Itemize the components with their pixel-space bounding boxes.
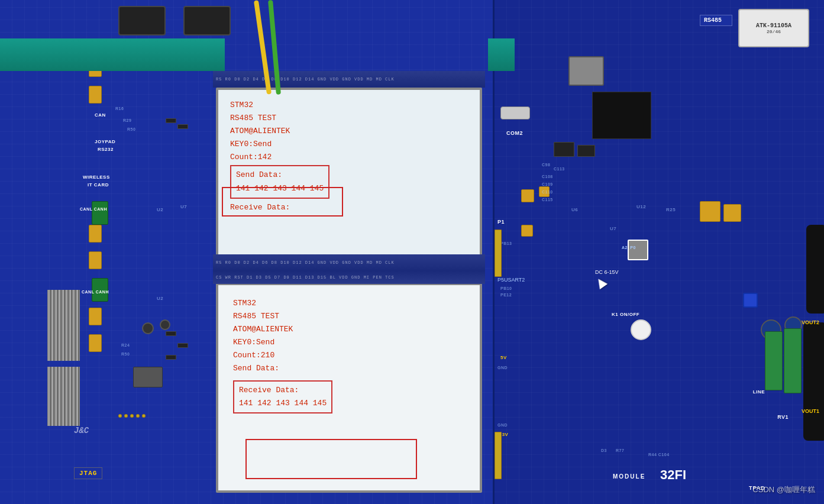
smd-3 bbox=[166, 331, 176, 336]
pb12-label: PE12 bbox=[500, 293, 512, 297]
lcd-bottom-key: KEY0:Send bbox=[233, 336, 465, 349]
r24-label: R24 bbox=[121, 343, 130, 347]
highlight-box-bottom-lcd bbox=[245, 439, 417, 479]
black-cable-2 bbox=[803, 322, 824, 441]
vout1-label: VOUT1 bbox=[802, 408, 819, 414]
connector-strip-lower bbox=[213, 271, 485, 284]
c109-label: C109 bbox=[542, 182, 553, 186]
smd-1 bbox=[166, 118, 176, 123]
line-label: LINE bbox=[753, 389, 765, 395]
db9-connector-2 bbox=[183, 6, 231, 35]
lcd-top-send-label: Send Data: bbox=[236, 169, 324, 182]
yellow-cap-5 bbox=[89, 308, 102, 325]
yellow-cap-r3 bbox=[521, 225, 533, 237]
yellow-cap-r1 bbox=[521, 189, 534, 202]
terminal-1 bbox=[92, 201, 108, 225]
highlighted-component bbox=[628, 240, 648, 260]
lcd-bottom-count: Count:210 bbox=[233, 349, 465, 362]
k1-label: K1 ON/OFF bbox=[612, 312, 639, 317]
yellow-cap-3 bbox=[89, 225, 102, 243]
r29-label: R29 bbox=[123, 118, 131, 122]
lcd-top-key: KEY0:Send bbox=[230, 138, 468, 151]
wireless-label: WIRELESS bbox=[83, 175, 110, 180]
lcd-bottom-send-label: Send Data: bbox=[233, 362, 465, 375]
r50-2-label: R50 bbox=[121, 352, 130, 356]
c113-label: C113 bbox=[554, 167, 565, 171]
canl-canh-label: CANL CANH bbox=[80, 207, 107, 211]
ic-right-1 bbox=[554, 142, 574, 157]
atk-module-label: ATK-91105A bbox=[756, 22, 791, 29]
gnd-label: GND bbox=[497, 366, 508, 370]
r16-label: R16 bbox=[115, 106, 124, 111]
u7-label: U7 bbox=[180, 204, 187, 209]
main-ic bbox=[592, 92, 651, 139]
lcd-top-count: Count:142 bbox=[230, 151, 468, 164]
elcap-2 bbox=[160, 319, 170, 330]
p1-label: P1 bbox=[497, 219, 505, 225]
r77-label: R77 bbox=[616, 448, 624, 453]
lcd-screen-top: STM32 RS485 TEST ATOM@ALIENTEK KEY0:Send… bbox=[216, 88, 482, 259]
vout2-label: VOUT2 bbox=[802, 319, 819, 325]
yellow-cap-4 bbox=[89, 251, 102, 269]
gnd-label-2: GND bbox=[497, 423, 508, 427]
5v-label: 5V bbox=[500, 355, 507, 360]
r25-label: R25 bbox=[666, 207, 676, 212]
joypad-label: JOYPAD bbox=[95, 139, 115, 144]
jtag-label: JTAG bbox=[74, 467, 102, 479]
watermark: CSDN @咖喱年糕 bbox=[752, 484, 815, 495]
smd-4 bbox=[177, 343, 188, 348]
lcd-bottom-author: ATOM@ALIENTEK bbox=[233, 323, 465, 336]
tact-button[interactable] bbox=[743, 293, 758, 308]
yellow-cap-2 bbox=[89, 86, 102, 104]
manufacturer-logo: J&C bbox=[74, 426, 89, 435]
dc-voltage-label: DC 6-15V bbox=[595, 269, 619, 275]
teal-header-bar-right bbox=[488, 38, 515, 71]
lcd-top-title: STM32 bbox=[230, 99, 468, 112]
gold-connector-2 bbox=[495, 432, 502, 479]
right-pcb-board: ATK-91105A 20/46 RS485 COM2 P1 K1 ON/OFF… bbox=[493, 0, 824, 504]
sd-card-slot bbox=[133, 367, 163, 387]
lcd-bottom-content: STM32 RS485 TEST ATOM@ALIENTEK KEY0:Send… bbox=[233, 297, 465, 413]
c98-label: C98 bbox=[542, 163, 550, 167]
c110-label: C110 bbox=[542, 190, 553, 194]
r44-label: R44 C104 bbox=[648, 453, 670, 457]
module-label: MODULE bbox=[613, 473, 645, 480]
can-label: CAN bbox=[95, 112, 106, 118]
inductor-1 bbox=[700, 201, 720, 222]
canl-canh-label-2: CANL CANH bbox=[82, 290, 109, 294]
d3-label: D3 bbox=[601, 448, 607, 453]
connector-strip-top bbox=[213, 71, 485, 88]
inductor-2 bbox=[723, 204, 741, 222]
connector-strip-middle bbox=[213, 254, 485, 271]
rv1-label: RV1 bbox=[777, 414, 789, 420]
u2-label: U2 bbox=[157, 207, 163, 212]
lcd-top-test: RS485 TEST bbox=[230, 112, 468, 125]
rs232-label: RS232 bbox=[98, 147, 114, 152]
lcd-top-author: ATOM@ALIENTEK bbox=[230, 125, 468, 138]
com2-label: COM2 bbox=[506, 130, 523, 136]
reset-button[interactable] bbox=[631, 319, 651, 340]
u2-2-label: U2 bbox=[157, 296, 163, 301]
term-right-3 bbox=[765, 331, 783, 390]
lcd-bottom-title: STM32 bbox=[233, 297, 465, 310]
c115-label: C115 bbox=[542, 198, 553, 202]
ribbon-cable-2 bbox=[47, 367, 80, 426]
yellow-cap-6 bbox=[89, 334, 102, 352]
elcap-1 bbox=[142, 322, 154, 334]
r50-label: R50 bbox=[127, 127, 135, 131]
smd-2 bbox=[177, 124, 188, 129]
u7-r-label: U7 bbox=[610, 226, 616, 231]
atk-version: 20/46 bbox=[767, 29, 781, 34]
eth-jack bbox=[568, 56, 604, 86]
lcd-bottom-receive-label: Receive Data: bbox=[239, 384, 327, 397]
gold-connector bbox=[495, 230, 502, 277]
scene: CAN JOYPAD RS232 WIRELESS IT CARD CANL C… bbox=[0, 0, 824, 504]
crystal bbox=[500, 106, 530, 119]
c108-label: C108 bbox=[542, 175, 553, 179]
lcd-top-inner: STM32 RS485 TEST ATOM@ALIENTEK KEY0:Send… bbox=[218, 90, 480, 257]
32fi-label: 32FI bbox=[660, 467, 686, 483]
u12-label: U12 bbox=[636, 204, 646, 209]
a2-p0-label: A2_P0 bbox=[622, 245, 636, 250]
lcd-bottom-receive-values: 141 142 143 144 145 bbox=[239, 397, 327, 410]
teal-header-bar-left bbox=[0, 38, 225, 71]
